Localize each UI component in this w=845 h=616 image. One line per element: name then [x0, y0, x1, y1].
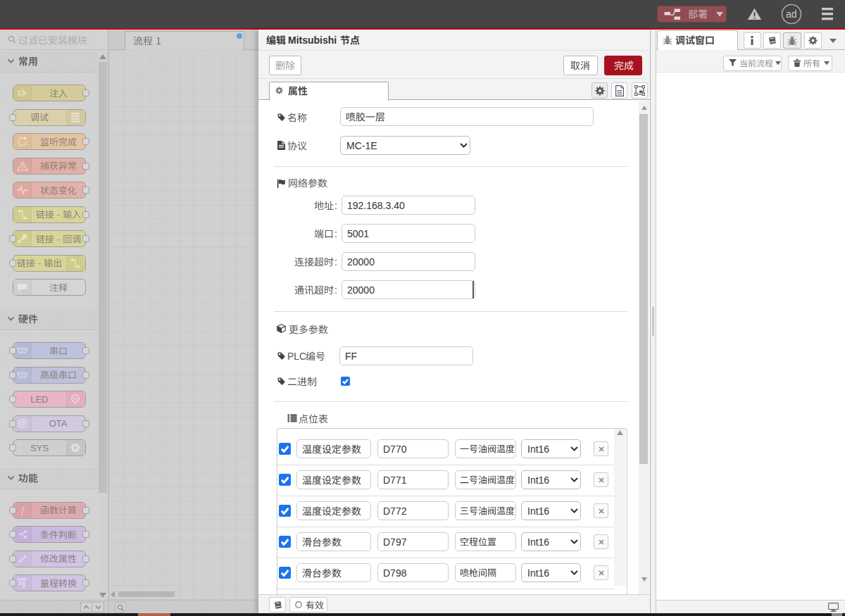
svg-text:f: f [21, 505, 25, 516]
